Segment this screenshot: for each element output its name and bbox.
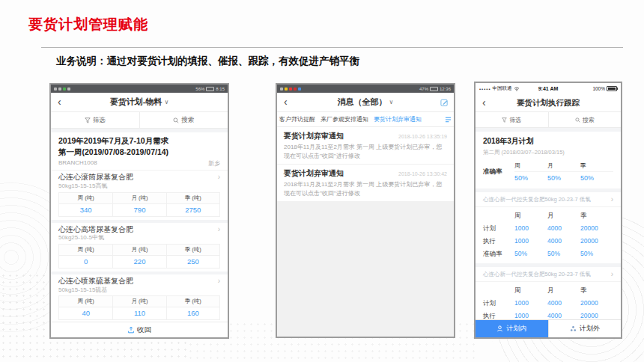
filter-search-bar: 筛选 搜索: [476, 112, 621, 128]
search-button[interactable]: 搜索: [548, 112, 622, 127]
message-time: 2018-10-26 13:35:19: [398, 134, 447, 139]
product-row[interactable]: 心连心喷浆硫基复合肥 › 50kg15-15-15硫基 周 (吨) 月 (吨) …: [51, 274, 228, 323]
status-app-icon: [58, 88, 61, 90]
status-app-icon: [285, 88, 288, 90]
nav-bar: ‹ 要货计划-物料 ∨: [51, 93, 228, 112]
message-body: 2018年11月及11至2月需求 第一周 上级要货计划已弃审，您现在可以点击"收…: [284, 143, 447, 161]
cell-value: 20000: [580, 297, 613, 310]
filter-button[interactable]: 筛选: [476, 112, 548, 127]
tab-in-plan[interactable]: 计划内: [476, 320, 548, 337]
month-value: 110: [112, 307, 165, 319]
region-label: 新乡: [208, 159, 220, 168]
carrier-label: 中国联通: [493, 85, 512, 92]
chevron-down-icon: ∨: [389, 99, 394, 105]
cluster-icon: [570, 325, 577, 332]
compose-button[interactable]: [440, 98, 449, 106]
tab-label: 计划外: [580, 324, 600, 334]
plan-header: 2018年3月计划 第二周 (2018/03/07–2018/03/15): [476, 132, 621, 160]
col-week: 周: [514, 209, 547, 222]
search-button[interactable]: 搜索: [139, 112, 228, 128]
status-app-icon: [294, 88, 297, 90]
plan-period: 第二周 (2018/03/07–2018/03/15): [483, 149, 613, 156]
page-title: 要货计划管理赋能: [28, 15, 148, 34]
col-week: 周: [514, 284, 547, 297]
week-value: 340: [59, 204, 112, 216]
status-bar: 47% 12:36: [277, 85, 454, 93]
row-label: 执行: [483, 235, 514, 248]
nav-title[interactable]: 消息（全部）: [338, 96, 387, 108]
status-app-icon: [54, 88, 57, 90]
product-name: 心连心新一代控失复合肥50kg 20-23-7 低氯: [483, 271, 591, 278]
plan-title-line2: 第一周(2019/07/08-2019/07/14): [58, 147, 220, 158]
message-item[interactable]: 要货计划弃审通知 2018-10-26 13:35:19 2018年11月及11…: [277, 127, 454, 165]
plan-title: 2018年3月计划: [483, 136, 613, 147]
product-spec: 50kg25-10-5中氯: [58, 235, 220, 242]
chevron-right-icon: ›: [218, 277, 220, 286]
filter-label: 筛选: [509, 116, 521, 124]
product-row[interactable]: 心连心高塔尿基复合肥 › 50kg25-10-5中氯 周 (吨) 月 (吨) 季…: [51, 223, 228, 272]
col-quarter: 季: [580, 284, 613, 297]
title-divider: [41, 47, 623, 48]
product-section-row[interactable]: 心连心新一代控失复合肥50kg 20-23-7 低氯 ›: [476, 192, 621, 207]
phone-plan-tracking: ••••• 中国联通 9:41 AM 100% ‹ 要货计划执行跟踪 筛选 搜索…: [474, 82, 622, 339]
week-value: 40: [59, 307, 112, 319]
row-label: 计划: [483, 297, 514, 310]
product-row[interactable]: 心连心滚筒尿基复合肥 › 50kg15-15-15高氯 周 (吨) 月 (吨) …: [51, 171, 228, 219]
battery-icon: [430, 87, 438, 91]
product-name: 心连心新一代控失复合肥50kg 20-23-7 低氯: [483, 196, 591, 203]
message-title: 要货计划弃审通知: [284, 131, 344, 141]
search-icon: [173, 117, 179, 123]
cell-value: 50%: [547, 248, 580, 260]
filter-button[interactable]: 筛选: [51, 112, 139, 128]
edit-icon: [440, 98, 449, 106]
quarter-value: 250: [166, 256, 219, 268]
cell-value: 20000: [580, 222, 613, 235]
search-label: 搜索: [583, 116, 595, 124]
phone-materials-plan: 56% 8:15 ‹ 要货计划-物料 ∨ 筛选 搜索 2019年2019年7月及…: [49, 83, 229, 339]
status-time: 8:15: [216, 87, 225, 91]
search-label: 搜索: [181, 116, 194, 125]
message-title: 要货计划弃审通知: [284, 168, 344, 179]
funnel-icon: [502, 117, 507, 123]
back-button[interactable]: ‹: [284, 96, 288, 107]
tab-label: 计划内: [506, 324, 526, 334]
status-app-icons: [54, 88, 70, 90]
col-quarter: 季: [580, 209, 613, 222]
accuracy-summary-table: 准确率 周 月 季 50% 50% 50%: [476, 160, 621, 188]
back-button[interactable]: ‹: [482, 97, 486, 108]
search-icon: [575, 117, 580, 123]
tab-out-plan[interactable]: 计划外: [548, 320, 622, 337]
phone-messages: 47% 12:36 ‹ 消息（全部） ∨ 客户拜访提醒 来厂参观安排通知 要货计…: [276, 83, 455, 338]
tab-plan-reject[interactable]: 要货计划弃审通知: [374, 115, 422, 123]
col-quarter: 季 (吨): [166, 296, 219, 307]
chevron-right-icon: ›: [611, 270, 613, 278]
status-app-icon: [298, 88, 301, 90]
status-app-icon: [289, 88, 292, 90]
status-app-icon: [63, 88, 66, 90]
product-name: 心连心喷浆硫基复合肥: [58, 277, 133, 286]
tab-list-button[interactable]: [445, 117, 452, 123]
cell-value: 4000: [547, 297, 580, 310]
product-spec: 50kg15-15-15高氯: [58, 183, 220, 190]
product-section-row[interactable]: 心连心新一代控失复合肥50kg 20-23-7 低氯 ›: [476, 267, 621, 282]
cell-value: 50%: [580, 248, 613, 260]
col-month: 月: [547, 209, 580, 222]
status-bar: 56% 8:15: [51, 85, 228, 93]
recall-button[interactable]: 收回: [51, 322, 228, 337]
message-item[interactable]: 要货计划弃审通知 2018-10-26 13:30:42 2018年11月及11…: [277, 165, 454, 202]
col-quarter: 季 (吨): [166, 193, 219, 204]
cell-value: 4000: [547, 235, 580, 248]
tab-customer-visit[interactable]: 客户拜访提醒: [279, 115, 315, 123]
tab-factory-tour[interactable]: 来厂参观安排通知: [321, 115, 368, 123]
business-description: 业务说明：通过对要货计划的填报、催报、跟踪，有效促进产销平衡: [56, 55, 359, 68]
row-label: 准确率: [483, 248, 514, 260]
quarter-value: 2750: [166, 204, 219, 216]
nav-title[interactable]: 要货计划-物料: [110, 96, 162, 108]
wifi-icon: [514, 87, 520, 91]
plan-card[interactable]: 2019年2019年7月及7-10月需求 第一周(2019/07/08-2019…: [51, 132, 228, 171]
col-month: 月: [547, 160, 580, 171]
col-week: 周 (吨): [59, 296, 112, 307]
back-button[interactable]: ‹: [58, 96, 61, 107]
quantity-table: 周 (吨) 月 (吨) 季 (吨) 340 790 2750: [58, 192, 220, 217]
status-app-icon: [280, 88, 283, 90]
